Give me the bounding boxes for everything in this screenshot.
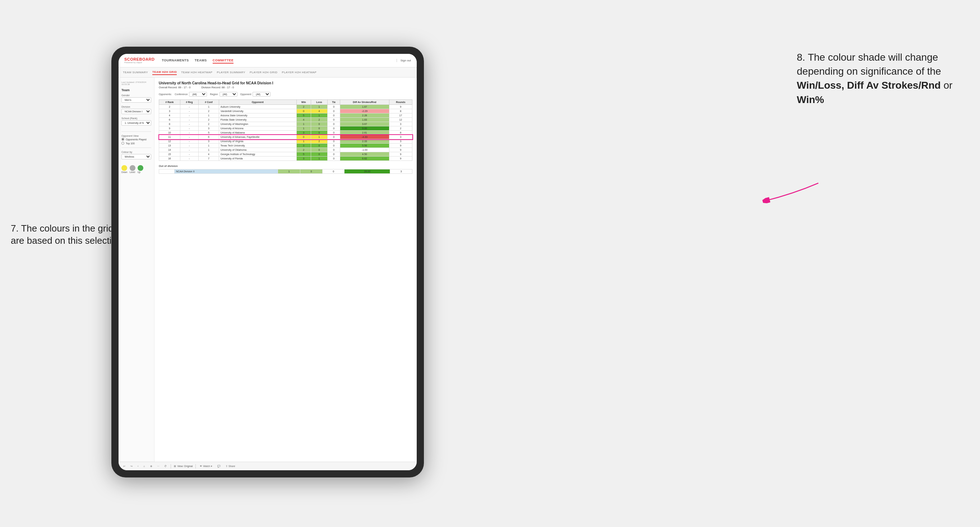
grid-subtitle: Overall Record: 89 - 17 - 0 Division Rec… (159, 86, 412, 89)
comment-btn[interactable]: 💬 (216, 465, 222, 468)
tablet-device: SCOREBOARD Powered by clippd TOURNAMENTS… (111, 47, 424, 478)
main-content: Last Updated: 27/03/2024 16:55:38 Team G… (119, 78, 417, 462)
division-label: Division (121, 106, 151, 108)
table-row: 15 (159, 152, 180, 157)
team-section-title: Team (121, 88, 151, 92)
region-filter-select[interactable]: (All) (220, 92, 237, 97)
table-row: 10 (159, 131, 180, 135)
bottom-toolbar: ↩ ↪ ‹ ⌂ ⊕ ··· ⏱ ⊞ View: Original 👁 Watch… (119, 462, 417, 470)
view-icon: ⊞ (174, 465, 176, 468)
opponent-filter-select[interactable]: (All) (253, 92, 270, 97)
colour-by-label: Colour by (121, 151, 151, 153)
table-row: 12 (159, 139, 180, 144)
toolbar-separator-2 (196, 464, 196, 468)
col-conf: # Conf (199, 100, 219, 105)
division-select[interactable]: NCAA Division I (121, 109, 151, 114)
col-rank: # Rank (159, 100, 180, 105)
school-select[interactable]: 1. University of Nort... (121, 120, 151, 125)
sub-tab-player-h2h-heatmap[interactable]: PLAYER H2H HEATMAP (282, 70, 317, 75)
table-row: 6 (159, 118, 180, 122)
filter-conference: Conference (All) (175, 92, 207, 97)
table-row: 2 (159, 105, 180, 109)
col-diff: Diff Av Strokes/Rnd (340, 100, 389, 105)
annotation-right: 8. The colour shade will change dependin… (797, 50, 962, 106)
table-row: 3 (159, 109, 180, 113)
table-row: 8 (159, 122, 180, 126)
filter-opponent: Opponent (All) (240, 92, 271, 97)
more-btn[interactable]: ··· (156, 465, 161, 468)
table-row: 13 (159, 144, 180, 148)
table-row: 14 (159, 148, 180, 152)
grid-area: University of North Carolina Head-to-Hea… (154, 78, 417, 462)
annotation-left: 7. The colours in the grid are based on … (11, 222, 126, 247)
gender-select[interactable]: Men's (121, 97, 151, 103)
nav-committee[interactable]: COMMITTEE (213, 58, 234, 63)
opponent-view-radios: Opponents Played Top 100 (121, 138, 151, 144)
col-tie: Tie (328, 100, 340, 105)
share-btn[interactable]: ⇧ Share (224, 465, 236, 468)
sub-tab-player-summary[interactable]: PLAYER SUMMARY (216, 70, 245, 75)
filter-row: Opponents: Conference (All) Region (All) (159, 92, 412, 97)
app-header: SCOREBOARD Powered by clippd TOURNAMENTS… (119, 54, 417, 67)
nav-tournaments[interactable]: TOURNAMENTS (162, 58, 189, 63)
sub-tab-team-h2h-heatmap[interactable]: TEAM H2H HEATMAP (181, 70, 212, 75)
radio-top-100[interactable]: Top 100 (121, 142, 151, 144)
col-rounds: Rounds (389, 100, 412, 105)
brand-logo: SCOREBOARD Powered by clippd (124, 57, 154, 63)
sign-out-button[interactable]: Sign out (396, 59, 411, 62)
sub-navigation: TEAM SUMMARY TEAM H2H GRID TEAM H2H HEAT… (119, 67, 417, 78)
out-of-division-label: Out of division (159, 164, 412, 168)
table-row: 4 (159, 113, 180, 118)
forward-btn[interactable]: ⌂ (142, 465, 146, 468)
view-original[interactable]: ⊞ View: Original (174, 465, 192, 468)
col-opponent: Opponent (219, 100, 296, 105)
sidebar: Last Updated: 27/03/2024 16:55:38 Team G… (119, 78, 154, 462)
table-row: 16 (159, 157, 180, 161)
h2h-table: # Rank # Reg # Conf Opponent Win Loss Ti… (159, 100, 412, 161)
main-nav: TOURNAMENTS TEAMS COMMITTEE (162, 58, 234, 63)
out-of-division-table: NCAA Division II 1 0 0 26.00 3 (159, 169, 412, 174)
clock-btn[interactable]: ⏱ (163, 465, 168, 468)
color-legend: Down Level Up (121, 165, 151, 173)
colour-by-select[interactable]: Win/loss (121, 154, 151, 159)
grid-title: University of North Carolina Head-to-Hea… (159, 81, 412, 85)
gender-label: Gender (121, 94, 151, 97)
table-row: 11 (159, 135, 180, 139)
timestamp: Last Updated: 27/03/2024 16:55:38 (121, 81, 151, 86)
opponent-view-label: Opponent View (121, 135, 151, 137)
tablet-screen: SCOREBOARD Powered by clippd TOURNAMENTS… (119, 54, 417, 470)
back-btn[interactable]: ‹ (137, 465, 139, 468)
filter-opponents: Opponents: (159, 93, 172, 95)
redo-btn[interactable]: ↪ (129, 465, 134, 468)
conference-filter-select[interactable]: (All) (189, 92, 207, 97)
filter-region: Region (All) (210, 92, 237, 97)
sub-tab-team-summary[interactable]: TEAM SUMMARY (123, 70, 148, 75)
sub-tab-team-h2h-grid[interactable]: TEAM H2H GRID (152, 70, 177, 75)
table-row: 9 (159, 126, 180, 131)
radio-opponents-played[interactable]: Opponents Played (121, 138, 151, 141)
col-reg: # Reg (180, 100, 199, 105)
col-win: Win (296, 100, 311, 105)
view-label: View: Original (177, 465, 192, 467)
undo-btn[interactable]: ↩ (122, 465, 126, 468)
sub-tab-player-h2h-grid[interactable]: PLAYER H2H GRID (250, 70, 277, 75)
watch-btn[interactable]: 👁 Watch ▾ (199, 465, 213, 468)
col-loss: Loss (311, 100, 328, 105)
school-label: School (Rank) (121, 117, 151, 119)
crop-btn[interactable]: ⊕ (149, 465, 153, 468)
nav-teams[interactable]: TEAMS (195, 58, 207, 63)
